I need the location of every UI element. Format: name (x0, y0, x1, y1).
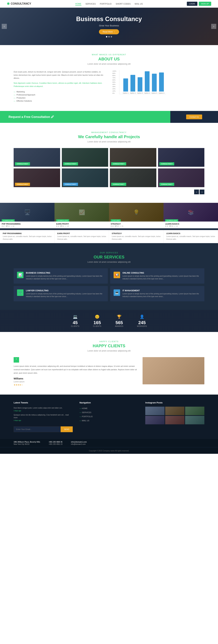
insta-thumb-2[interactable] (165, 407, 184, 415)
service-title-3: LAWYER CONSULTING (26, 290, 104, 292)
footer: Latest Tweets Duis libero congue justo. … (0, 394, 218, 439)
blog-card-info-1: PHP PROGRAMMING ♥ 17 💬 21 ↩ 12 (0, 222, 55, 228)
blog-comments-2: 💬 21 (60, 225, 64, 227)
hero-cta-button[interactable]: Read More → (99, 29, 119, 34)
blog-info-title-2: EARN PROFIT (57, 232, 106, 234)
signup-button[interactable]: SIGN UP (199, 2, 211, 6)
about-content: Duis turpis justo, dictum eu tincidunt s… (14, 70, 204, 102)
y-label-5: 60% (112, 79, 118, 81)
address-label: 1961 Milburn Place, Beverly Hills (14, 441, 40, 443)
project-nav: ‹ › (14, 190, 204, 194)
testimonials-title-highlight: CLIENTS (108, 344, 125, 348)
nav-portfolio[interactable]: PORTFOLIO (100, 3, 112, 5)
footer-link-home[interactable]: HOME (80, 407, 88, 409)
y-label-1: 100% (112, 70, 118, 72)
hero-next-button[interactable]: › (211, 24, 216, 29)
navbar: ❋ CONSULTANCY HOME SERVICES PORTFOLIO SH… (0, 0, 218, 8)
insta-grid (145, 407, 204, 424)
footer-link-portfolio[interactable]: PORTFOLIO (80, 416, 93, 418)
service-desc-4: Lorem ipsum is simply dummy text of the … (122, 292, 201, 298)
y-label-3: 80% (112, 75, 118, 76)
project-label-5: CONSULTANCY (15, 183, 30, 186)
testimonials-subtitle: HAPPY CLIENTS (14, 340, 204, 342)
logo-icon: ❋ (7, 2, 10, 6)
services-title: OUR SERVICES (14, 255, 204, 260)
blog-date-3: 2 OCT 2015 (111, 219, 121, 222)
blog-info-3: STRATEGY Lorem ipsum ac, convallis mauri… (109, 230, 163, 243)
hero-dot-1[interactable] (106, 36, 107, 38)
service-icon-4: 💻 (114, 290, 120, 296)
blog-info-desc-2: Lorem ipsum ac, convallis mauris. Sed qu… (57, 235, 106, 240)
project-label-2: CONSULTANCY (63, 162, 78, 166)
login-button[interactable]: LOGIN (187, 2, 197, 6)
project-prev-button[interactable]: ‹ (194, 190, 199, 194)
blog-info-4: LEARN BASICS Lorem ipsum ac, convallis m… (163, 230, 218, 243)
footer-phone: +001 235 4660 35 +001 235 4561 23 (49, 441, 63, 445)
stat-number-4: 245 (137, 320, 147, 325)
testimonial-author: Williams Lorem ipsum (14, 377, 137, 383)
hero-dots (76, 36, 142, 38)
footer-link-mail[interactable]: MAIL US (80, 420, 89, 422)
blog-shares-4: ↩ 11 (174, 225, 178, 227)
project-card-8[interactable]: CONSULTANCY (158, 168, 204, 187)
nav-home[interactable]: HOME (75, 3, 81, 6)
project-card-1[interactable]: CONSULTANCY (14, 148, 60, 167)
bar-label-5: Option 5 (151, 92, 157, 94)
blog-info-section: PHP PROGRAMMING Lorem ipsum ac, convalli… (0, 230, 218, 243)
logo: ❋ CONSULTANCY (7, 2, 31, 6)
insta-thumb-5[interactable] (165, 416, 184, 424)
blog-info-title-1: PHP PROGRAMMING (3, 232, 52, 234)
bar-fill-2 (130, 75, 135, 92)
service-content-4: IT MANAGEMENT Lorem ipsum is simply dumm… (122, 290, 201, 298)
project-card-7[interactable]: CONSULTANCY (110, 168, 156, 187)
projects-title-before: We (78, 134, 85, 139)
nav-mail[interactable]: MAIL US (135, 3, 143, 5)
project-next-button[interactable]: › (200, 190, 204, 194)
project-card-4[interactable]: CONSULTANCY (158, 148, 204, 167)
quote-icon: " (14, 357, 19, 362)
nav-services[interactable]: SERVICES (86, 3, 96, 5)
blog-title-3: STRATEGY (111, 223, 162, 225)
blog-shares-1: ↩ 12 (11, 225, 14, 227)
services-subtitle: OUR SERVICES (14, 252, 204, 254)
about-title-highlight: US (114, 57, 120, 61)
y-label-4: 70% (112, 77, 118, 78)
blog-title-2: EARN PROFIT (56, 223, 107, 225)
chart-bars: Option 1 Option 2 Option 3 Option 4 (119, 70, 166, 94)
hero-title: Business Consultancy (76, 16, 142, 23)
bar-label-3: Option 3 (137, 92, 143, 94)
about-section: WHAT MAKES US DIFFERENT ABOUT US Lorem d… (0, 45, 218, 111)
testimonial-image (143, 357, 204, 384)
projects-desc: Lorem dolor sit amet consectetur adipisi… (14, 140, 204, 143)
project-label-3: CONSULTANCY (111, 162, 126, 166)
tweet-time-2: 3 days ago (14, 420, 73, 421)
hero-dot-2[interactable] (108, 36, 110, 38)
hero-prev-button[interactable]: ‹ (2, 24, 7, 29)
project-card-5[interactable]: CONSULTANCY (14, 168, 60, 187)
bar-label-2: Option 2 (130, 92, 136, 94)
project-label-1: CONSULTANCY (15, 162, 30, 166)
cta-button[interactable]: Contact Us (186, 114, 202, 119)
y-label-10: 10% (112, 90, 118, 92)
project-card-6[interactable]: CONSULTANCY (62, 168, 108, 187)
insta-thumb-4[interactable] (145, 416, 164, 424)
bar-5: Option 5 (151, 74, 157, 94)
hero-dot-3[interactable] (111, 36, 112, 38)
insta-thumb-1[interactable] (145, 407, 164, 415)
project-card-2[interactable]: CONSULTANCY (62, 148, 108, 167)
logo-text: CONSULTANCY (11, 2, 31, 5)
projects-section: MANAGEMENT CONSULTANCY We Carefully hand… (0, 123, 218, 203)
insta-thumb-6[interactable] (185, 416, 204, 424)
stat-icon-3: 🏆 (115, 314, 123, 319)
testimonial-content: " Lorem ipsum dolor sit amet, consectetu… (14, 357, 137, 386)
email-input[interactable] (14, 426, 61, 432)
testimonials-title: HAPPY CLIENTS (14, 344, 204, 348)
subscribe-button[interactable]: SEND (61, 426, 73, 432)
project-card-3[interactable]: CONSULTANCY (110, 148, 156, 167)
hero-section: Business Consultancy Grow Your Business … (0, 8, 218, 45)
service-card-1: 📊 BUSINESS CONSULTING Lorem ipsum is sim… (14, 268, 108, 284)
footer-link-services[interactable]: SERVICES (80, 412, 91, 414)
testimonial-quote: Lorem ipsum dolor sit amet, consectetur … (14, 364, 137, 375)
insta-thumb-3[interactable] (185, 407, 204, 415)
nav-short-codes[interactable]: SHORT CODES (116, 3, 131, 5)
